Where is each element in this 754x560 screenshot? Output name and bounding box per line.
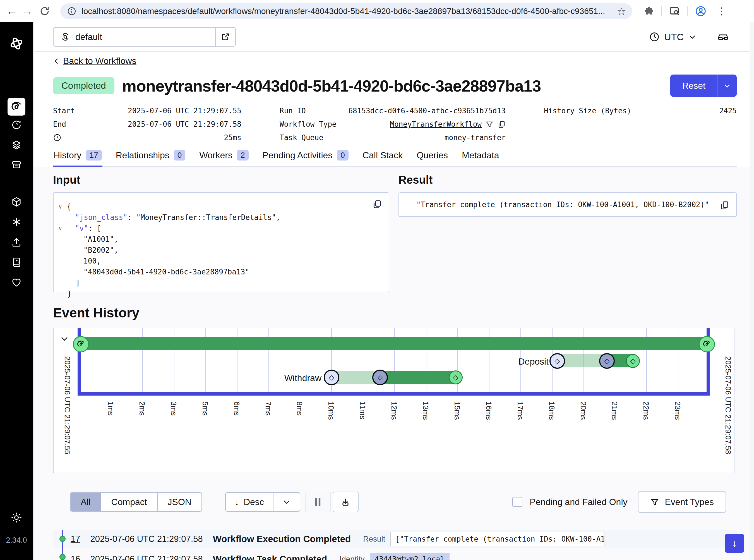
cube-icon bbox=[11, 196, 22, 208]
tab-metadata[interactable]: Metadata bbox=[461, 150, 500, 167]
duration-clock-icon bbox=[53, 134, 61, 142]
sidebar-item-workflows[interactable] bbox=[7, 98, 25, 116]
sidebar-item-archive[interactable] bbox=[11, 159, 22, 171]
json-line: 100, bbox=[54, 256, 389, 266]
event-row[interactable]: 16 2025-07-06 UTC 21:29:07.58 Workflow T… bbox=[53, 550, 737, 560]
labs-glasses-icon[interactable] bbox=[717, 31, 730, 43]
sidebar-item-docs[interactable] bbox=[11, 256, 22, 268]
sidebar-item-namespaces[interactable] bbox=[11, 196, 22, 208]
event-detail-value[interactable]: ["Transfer complete (transaction IDs: OK… bbox=[390, 532, 605, 546]
sidebar-item-nexus[interactable] bbox=[11, 216, 22, 228]
tab-search-icon[interactable] bbox=[669, 5, 680, 17]
sort-desc-button[interactable]: ↓ Desc bbox=[226, 493, 273, 511]
event-history-controls: AllCompactJSON ↓ Desc Pend bbox=[53, 491, 737, 513]
workflow-end-marker[interactable] bbox=[699, 336, 715, 352]
temporal-logo-icon[interactable] bbox=[9, 36, 24, 51]
result-panel: "Transfer complete (transaction IDs: OKW… bbox=[399, 192, 737, 217]
timeline-tick-label: 5ms bbox=[201, 401, 209, 416]
bookmark-star-icon[interactable]: ☆ bbox=[617, 5, 626, 18]
tab-history[interactable]: History17 bbox=[53, 150, 102, 167]
tab-label: History bbox=[54, 150, 81, 161]
pause-updates-button[interactable] bbox=[305, 492, 331, 512]
view-mode-compact[interactable]: Compact bbox=[101, 493, 157, 511]
header-right: UTC bbox=[649, 31, 754, 43]
json-key: "v" bbox=[75, 224, 88, 233]
sidebar-item-batch-operations[interactable] bbox=[11, 139, 22, 151]
input-heading: Input bbox=[53, 174, 389, 186]
namespace-selector[interactable]: default bbox=[53, 27, 236, 47]
tab-pending-activities[interactable]: Pending Activities0 bbox=[262, 150, 349, 167]
collapse-chevron-icon[interactable]: ∨ bbox=[59, 223, 62, 234]
download-icon bbox=[341, 497, 350, 507]
workflow-execution-bar[interactable] bbox=[81, 337, 707, 351]
extensions-icon[interactable] bbox=[644, 6, 654, 17]
browser-reload-icon[interactable] bbox=[37, 6, 53, 17]
chevron-down-icon bbox=[60, 334, 69, 343]
deposit-started-marker[interactable]: ◇ bbox=[599, 353, 615, 369]
event-id-link[interactable]: 17 bbox=[70, 534, 80, 544]
withdraw-running-bar[interactable] bbox=[380, 371, 456, 384]
json-key: "json_class" bbox=[75, 213, 127, 222]
workflow-start-marker[interactable] bbox=[73, 336, 89, 352]
theme-toggle[interactable] bbox=[10, 512, 23, 524]
json-text: "48043d0d-5b41-4920-bd6c-3ae28897ba13" bbox=[83, 268, 249, 276]
timeline-collapse-button[interactable] bbox=[60, 334, 69, 343]
tab-relationships[interactable]: Relationships0 bbox=[115, 150, 186, 167]
tab-queries[interactable]: Queries bbox=[416, 150, 448, 167]
namespace-open-button[interactable] bbox=[215, 28, 235, 46]
event-name: Workflow Execution Completed bbox=[213, 534, 351, 544]
browser-forward-icon[interactable]: → bbox=[20, 5, 35, 17]
profile-avatar-icon[interactable] bbox=[695, 5, 707, 17]
details-col-history: History Size (Bytes)2425 bbox=[544, 104, 737, 144]
collapse-chevron-icon[interactable]: ∨ bbox=[59, 201, 62, 212]
scroll-to-bottom-button[interactable]: ↓ bbox=[725, 534, 744, 553]
sidebar-item-schedules[interactable] bbox=[11, 119, 22, 131]
tab-label: Relationships bbox=[116, 150, 169, 161]
view-mode-all[interactable]: All bbox=[70, 493, 101, 511]
timeline-tick-label: 6ms bbox=[232, 401, 241, 416]
toolbar-divider bbox=[687, 6, 688, 16]
deposit-completed-marker[interactable]: ◇ bbox=[626, 354, 640, 368]
sort-menu-button[interactable] bbox=[273, 493, 300, 511]
view-mode-json[interactable]: JSON bbox=[157, 493, 202, 511]
task-queue-link[interactable]: money-transfer bbox=[445, 134, 506, 142]
copy-result-button[interactable] bbox=[719, 200, 730, 210]
timezone-selector[interactable]: UTC bbox=[649, 32, 696, 42]
tab-call-stack[interactable]: Call Stack bbox=[362, 150, 403, 167]
reset-menu-button[interactable] bbox=[717, 75, 737, 97]
site-info-icon[interactable] bbox=[67, 6, 77, 16]
filter-funnel-icon[interactable] bbox=[486, 120, 493, 128]
tab-workers[interactable]: Workers2 bbox=[199, 150, 249, 167]
event-detail-value[interactable]: 43443@twm2.local bbox=[370, 553, 450, 560]
workflow-type-link[interactable]: MoneyTransferWorkflow bbox=[390, 120, 482, 128]
event-row[interactable]: 17 2025-07-06 UTC 21:29:07.58 Workflow E… bbox=[53, 530, 737, 548]
browser-scrollbar[interactable] bbox=[750, 22, 754, 560]
copy-icon[interactable] bbox=[497, 120, 506, 128]
breadcrumb: Back to Workflows bbox=[53, 56, 737, 66]
deposit-scheduled-marker[interactable]: ◇ bbox=[549, 353, 565, 369]
withdraw-scheduled-marker[interactable]: ◇ bbox=[324, 369, 339, 385]
withdraw-completed-marker[interactable]: ◇ bbox=[449, 371, 463, 384]
sidebar-item-import[interactable] bbox=[11, 236, 22, 248]
run-id-value: 68153dcc-d0f6-4500-afbc-c93651b75d13 bbox=[348, 107, 506, 115]
event-id-link[interactable]: 16 bbox=[70, 554, 80, 560]
archive-icon bbox=[11, 159, 22, 171]
withdraw-started-marker[interactable]: ◇ bbox=[372, 369, 388, 385]
event-history-heading: Event History bbox=[53, 305, 737, 320]
schedules-icon bbox=[11, 119, 22, 131]
download-history-button[interactable] bbox=[333, 492, 359, 512]
back-to-workflows-link[interactable]: Back to Workflows bbox=[63, 56, 137, 66]
browser-back-icon[interactable]: ← bbox=[4, 5, 20, 17]
reset-button[interactable]: Reset bbox=[670, 75, 717, 97]
timeline-tick-label: 17ms bbox=[516, 401, 524, 420]
sidebar-item-feedback[interactable] bbox=[11, 276, 22, 288]
json-text: { bbox=[67, 202, 71, 211]
pending-failed-checkbox[interactable] bbox=[512, 497, 523, 507]
address-bar[interactable]: localhost:8080/namespaces/default/workfl… bbox=[60, 3, 632, 19]
event-types-filter-button[interactable]: Event Types bbox=[638, 491, 726, 513]
workflow-spiral-icon bbox=[702, 340, 711, 348]
browser-menu-icon[interactable]: ⋮ bbox=[714, 5, 730, 17]
copy-input-button[interactable] bbox=[372, 199, 382, 209]
result-value: "Transfer complete (transaction IDs: OKW… bbox=[416, 200, 709, 209]
json-line: ∨{ bbox=[54, 201, 389, 212]
